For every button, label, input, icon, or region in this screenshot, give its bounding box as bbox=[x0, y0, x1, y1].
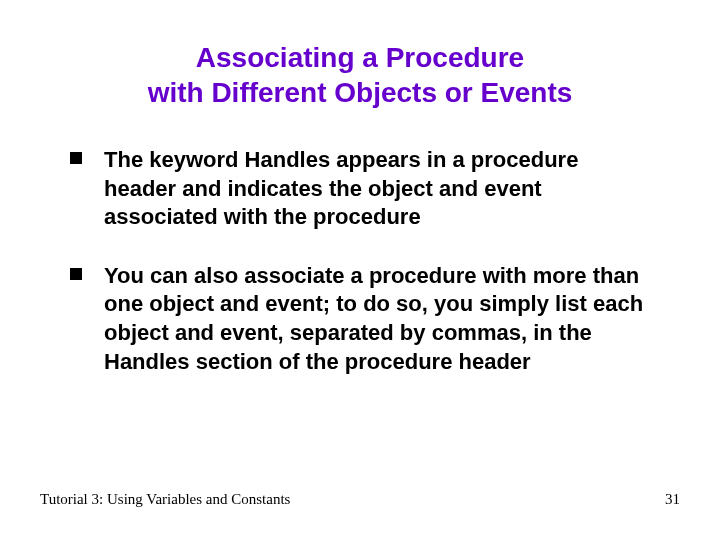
bullet-text: You can also associate a procedure with … bbox=[104, 263, 643, 374]
slide-title: Associating a Procedure with Different O… bbox=[40, 40, 680, 110]
square-bullet-icon bbox=[70, 268, 82, 280]
footer-left-text: Tutorial 3: Using Variables and Constant… bbox=[40, 491, 290, 508]
square-bullet-icon bbox=[70, 152, 82, 164]
bullet-text: The keyword Handles appears in a procedu… bbox=[104, 147, 578, 229]
list-item: The keyword Handles appears in a procedu… bbox=[70, 146, 650, 232]
title-line-1: Associating a Procedure bbox=[196, 42, 524, 73]
slide: Associating a Procedure with Different O… bbox=[0, 0, 720, 540]
list-item: You can also associate a procedure with … bbox=[70, 262, 650, 376]
title-line-2: with Different Objects or Events bbox=[148, 77, 573, 108]
bullet-list: The keyword Handles appears in a procedu… bbox=[40, 146, 680, 376]
page-number: 31 bbox=[665, 491, 680, 508]
slide-footer: Tutorial 3: Using Variables and Constant… bbox=[40, 491, 680, 508]
